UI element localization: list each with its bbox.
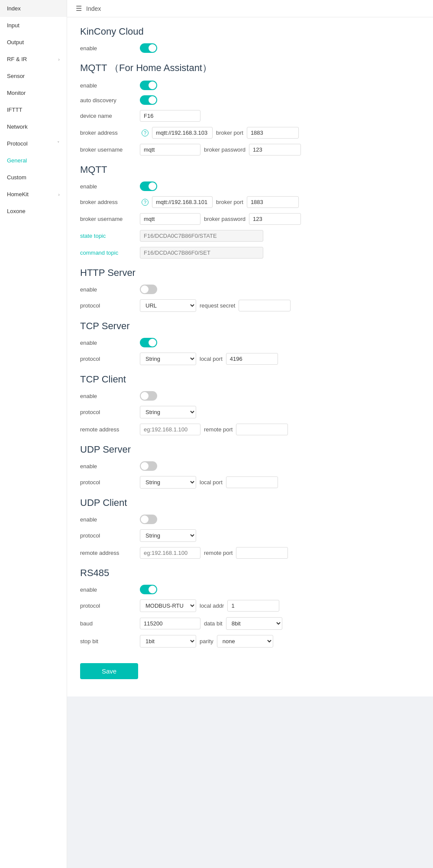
tcp-server-enable-toggle[interactable] <box>140 338 157 347</box>
udp-client-protocol-select[interactable]: String JSON Hex <box>140 529 196 542</box>
rs485-protocol-row: protocol MODBUS-RTU String JSON local ad… <box>80 599 420 612</box>
rs485-baud-row: baud data bit 8bit 7bit 6bit <box>80 617 420 630</box>
kincony-enable-toggle[interactable] <box>140 43 157 53</box>
mqtt-ha-broker-address-input[interactable] <box>152 127 213 139</box>
mqtt-command-topic-input[interactable] <box>140 247 263 259</box>
sidebar-item-label: Network <box>7 123 28 130</box>
udp-client-remote-row: remote address remote port <box>80 547 420 559</box>
rs485-baud-label: baud <box>80 620 136 627</box>
udp-client-protocol-row: protocol String JSON Hex <box>80 529 420 542</box>
tcp-client-enable-track <box>140 391 157 401</box>
http-protocol-select[interactable]: URL JSON XML <box>140 299 196 312</box>
sidebar-item-label: HomeKit <box>7 191 29 198</box>
sidebar-item-ifttt[interactable]: IFTTT <box>0 101 67 118</box>
tcp-server-local-port-input[interactable] <box>226 353 278 365</box>
mqtt-broker-address-input[interactable] <box>152 196 213 208</box>
rs485-stop-bit-label: stop bit <box>80 638 136 645</box>
rs485-enable-toggle[interactable] <box>140 585 157 594</box>
mqtt-ha-autodiscovery-label: auto discovery <box>80 97 136 104</box>
mqtt-ha-broker-password-label: broker password <box>204 146 246 153</box>
udp-server-enable-thumb <box>141 462 149 470</box>
sidebar-item-index[interactable]: Index <box>0 0 67 17</box>
mqtt-state-topic-input[interactable] <box>140 230 263 242</box>
http-enable-toggle[interactable] <box>140 285 157 294</box>
mqtt-ha-broker-port-input[interactable] <box>247 127 299 139</box>
mqtt-ha-devicename-label: device name <box>80 113 136 119</box>
mqtt-broker-username-input[interactable] <box>140 213 200 225</box>
rs485-protocol-select[interactable]: MODBUS-RTU String JSON <box>140 599 196 612</box>
topbar: ☰ Index <box>67 0 433 17</box>
save-button[interactable]: Save <box>80 663 138 679</box>
tcp-client-protocol-select[interactable]: String JSON Hex <box>140 406 196 418</box>
mqtt-broker-username-label: broker username <box>80 216 136 222</box>
udp-client-remote-address-input[interactable] <box>140 547 200 559</box>
mqtt-broker-password-input[interactable] <box>249 213 301 225</box>
http-request-secret-input[interactable] <box>239 300 291 311</box>
rs485-baud-input[interactable] <box>140 618 200 629</box>
mqtt-ha-enable-track <box>140 81 157 90</box>
mqtt-ha-broker-username-input[interactable] <box>140 144 200 155</box>
sidebar-item-sensor[interactable]: Sensor <box>0 68 67 84</box>
mqtt-ha-devicename-row: device name <box>80 110 420 122</box>
http-server-title: HTTP Server <box>80 267 420 279</box>
http-protocol-label: protocol <box>80 302 136 309</box>
sidebar-item-label: Index <box>7 5 21 12</box>
mqtt-state-topic-label: state topic <box>80 233 136 239</box>
rs485-stop-bit-select[interactable]: 1bit 2bit <box>140 635 196 648</box>
udp-server-enable-toggle[interactable] <box>140 461 157 471</box>
mqtt-ha-broker-address-row: broker address ? broker port <box>80 127 420 139</box>
mqtt-enable-thumb <box>149 182 156 190</box>
mqtt-broker-address-label: broker address <box>80 199 136 205</box>
topbar-title: Index <box>86 5 101 12</box>
rs485-enable-track <box>140 585 157 594</box>
mqtt-enable-toggle[interactable] <box>140 181 157 191</box>
sidebar-item-label: Protocol <box>7 140 28 147</box>
sidebar-item-rfir[interactable]: RF & IR › <box>0 51 67 68</box>
tcp-client-enable-toggle[interactable] <box>140 391 157 401</box>
menu-icon[interactable]: ☰ <box>76 4 82 13</box>
rs485-data-bit-select[interactable]: 8bit 7bit 6bit <box>226 617 282 630</box>
rs485-enable-thumb <box>149 586 156 593</box>
mqtt-ha-enable-row: enable <box>80 81 420 90</box>
sidebar-item-general[interactable]: General <box>0 152 67 169</box>
mqtt-ha-broker-port-label: broker port <box>216 130 243 136</box>
udp-client-enable-toggle[interactable] <box>140 515 157 524</box>
sidebar-item-output[interactable]: Output <box>0 34 67 51</box>
udp-server-protocol-select[interactable]: String JSON Hex <box>140 476 196 489</box>
sidebar-item-loxone[interactable]: Loxone <box>0 203 67 220</box>
mqtt-ha-help-icon[interactable]: ? <box>142 130 149 136</box>
mqtt-ha-enable-thumb <box>149 81 156 89</box>
mqtt-ha-autodiscovery-toggle[interactable] <box>140 95 157 105</box>
mqtt-help-icon[interactable]: ? <box>142 199 149 206</box>
chevron-down-icon: ˅ <box>57 141 60 146</box>
mqtt-ha-devicename-input[interactable] <box>140 110 200 122</box>
sidebar-item-input[interactable]: Input <box>0 17 67 34</box>
udp-client-remote-port-input[interactable] <box>236 547 288 559</box>
mqtt-ha-broker-password-input[interactable] <box>249 144 301 155</box>
http-request-secret-label: request secret <box>200 302 235 309</box>
sidebar-item-protocol[interactable]: Protocol ˅ <box>0 135 67 152</box>
mqtt-broker-port-input[interactable] <box>247 196 299 208</box>
tcp-client-remote-port-input[interactable] <box>236 424 288 435</box>
sidebar-item-custom[interactable]: Custom <box>0 169 67 186</box>
mqtt-broker-port-label: broker port <box>216 199 243 205</box>
udp-server-local-port-input[interactable] <box>226 476 278 488</box>
tcp-client-remote-address-input[interactable] <box>140 424 200 435</box>
sidebar-item-homekit[interactable]: HomeKit › <box>0 186 67 203</box>
udp-client-enable-label: enable <box>80 516 136 523</box>
udp-client-title: UDP Client <box>80 497 420 508</box>
mqtt-title: MQTT <box>80 164 420 175</box>
mqtt-ha-enable-toggle[interactable] <box>140 81 157 90</box>
tcp-client-enable-label: enable <box>80 393 136 399</box>
mqtt-ha-autodiscovery-track <box>140 95 157 105</box>
kincony-enable-track <box>140 43 157 53</box>
chevron-right-icon: › <box>58 57 60 62</box>
mqtt-ha-broker-address-label: broker address <box>80 130 136 136</box>
http-enable-row: enable <box>80 285 420 294</box>
sidebar-item-network[interactable]: Network <box>0 118 67 135</box>
sidebar-item-monitor[interactable]: Monitor <box>0 84 67 101</box>
rs485-parity-select[interactable]: none odd even <box>217 635 273 648</box>
rs485-local-addr-input[interactable] <box>227 600 279 612</box>
sidebar-item-label: Sensor <box>7 73 25 79</box>
tcp-server-protocol-select[interactable]: String JSON Hex <box>140 353 196 365</box>
